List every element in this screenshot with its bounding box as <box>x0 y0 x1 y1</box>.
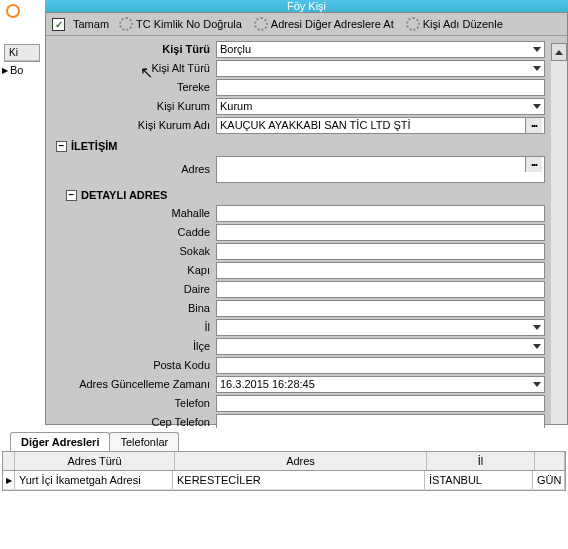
tamam-label: Tamam <box>73 18 109 30</box>
label-cadde: Cadde <box>50 226 216 238</box>
kisi-kurum-adi-input[interactable]: KAUÇUK AYAKKABI SAN TİC LTD ŞTİ <box>216 117 545 134</box>
label-kisi-alt-turu: Kişi Alt Türü <box>50 62 216 74</box>
kisi-alt-turu-select[interactable] <box>216 60 545 77</box>
label-posta-kodu: Posta Kodu <box>50 359 216 371</box>
tamam-checkbox[interactable] <box>52 18 65 31</box>
left-column-stub: Ki <box>4 44 40 62</box>
col-il[interactable]: İl <box>427 452 535 470</box>
mahalle-input[interactable] <box>216 205 545 222</box>
collapse-icon[interactable]: − <box>66 190 77 201</box>
left-tab: Ki <box>5 45 39 61</box>
tereke-input[interactable] <box>216 79 545 96</box>
label-ilce: İlçe <box>50 340 216 352</box>
kisi-adi-duzenle-button[interactable]: Kişi Adı Düzenle <box>404 16 505 32</box>
kisi-kurum-select[interactable]: Kurum <box>216 98 545 115</box>
tab-diger-adresleri[interactable]: Diğer Adresleri <box>10 432 110 451</box>
table-row[interactable]: ▶ Yurt İçi İkametgah Adresi KERESTECİLER… <box>3 471 565 490</box>
posta-kodu-input[interactable] <box>216 357 545 374</box>
cell-adres-turu: Yurt İçi İkametgah Adresi <box>15 471 173 489</box>
section-detayli-adres[interactable]: − DETAYLI ADRES <box>66 189 545 201</box>
cell-extra: GÜN <box>533 471 565 489</box>
ilce-select[interactable] <box>216 338 545 355</box>
tab-telefonlar[interactable]: Telefonlar <box>109 432 179 451</box>
label-kisi-kurum: Kişi Kurum <box>50 100 216 112</box>
adresi-at-button[interactable]: Adresi Diğer Adreslere At <box>252 16 396 32</box>
label-daire: Daire <box>50 283 216 295</box>
cell-il: İSTANBUL <box>425 471 533 489</box>
cell-adres: KERESTECİLER <box>173 471 425 489</box>
label-cep-telefon: Cep Telefon <box>50 416 216 428</box>
label-telefon: Telefon <box>50 397 216 409</box>
collapse-icon[interactable]: − <box>56 141 67 152</box>
telefon-input[interactable] <box>216 395 545 412</box>
app-icon <box>6 4 20 18</box>
kisi-turu-select[interactable]: Borçlu <box>216 41 545 58</box>
bina-input[interactable] <box>216 300 545 317</box>
col-adres[interactable]: Adres <box>175 452 427 470</box>
daire-input[interactable] <box>216 281 545 298</box>
cadde-input[interactable] <box>216 224 545 241</box>
label-tereke: Tereke <box>50 81 216 93</box>
scroll-up-button[interactable] <box>551 43 567 61</box>
label-sokak: Sokak <box>50 245 216 257</box>
tc-kimlik-button[interactable]: TC Kimlik No Doğrula <box>117 16 244 32</box>
label-adres: Adres <box>50 163 216 175</box>
label-bina: Bina <box>50 302 216 314</box>
label-mahalle: Mahalle <box>50 207 216 219</box>
left-row-stub: Bo <box>2 64 45 76</box>
grid-row-selector-header <box>3 452 15 470</box>
label-kisi-turu: Kişi Türü <box>50 43 216 55</box>
toolbar: Tamam TC Kimlik No Doğrula Adresi Diğer … <box>46 13 567 36</box>
loading-icon <box>406 17 420 31</box>
kapi-input[interactable] <box>216 262 545 279</box>
address-grid: Adres Türü Adres İl ▶ Yurt İçi İkametgah… <box>2 451 566 491</box>
il-select[interactable] <box>216 319 545 336</box>
col-extra[interactable] <box>535 452 565 470</box>
adres-input[interactable] <box>216 156 545 183</box>
window-title-bar: Föy Kişi <box>45 0 568 12</box>
row-indicator-icon: ▶ <box>3 471 15 489</box>
label-kapi: Kapı <box>50 264 216 276</box>
right-edge <box>551 61 567 424</box>
window-title: Föy Kişi <box>287 0 326 12</box>
loading-icon <box>254 17 268 31</box>
adres-gunc-zaman-input[interactable]: 16.3.2015 16:28:45 <box>216 376 545 393</box>
section-iletisim[interactable]: − İLETİŞİM <box>56 140 545 152</box>
label-il: İl <box>50 321 216 333</box>
loading-icon <box>119 17 133 31</box>
label-adres-gunc: Adres Güncelleme Zamanı <box>50 378 216 390</box>
label-kisi-kurum-adi: Kişi Kurum Adı <box>50 119 216 131</box>
col-adres-turu[interactable]: Adres Türü <box>15 452 175 470</box>
sokak-input[interactable] <box>216 243 545 260</box>
